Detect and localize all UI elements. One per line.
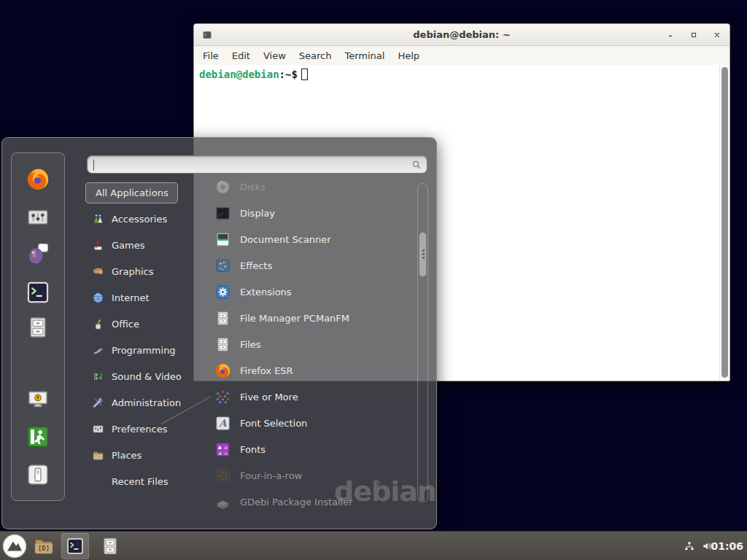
- app-file-manager-pcmanfm[interactable]: File Manager PCManFM: [193, 305, 416, 331]
- category-label: Sound & Video: [112, 371, 182, 382]
- app-label: Firefox ESR: [240, 365, 293, 376]
- file-cabinet-icon: [214, 336, 231, 353]
- sound-video-icon: [92, 370, 104, 383]
- terminal-prompt-suffix: :~$: [279, 69, 298, 80]
- app-display[interactable]: Display: [193, 200, 416, 226]
- file-cabinet-icon: [214, 310, 231, 327]
- application-menu: All ApplicationsAccessoriesGamesGraphics…: [1, 137, 437, 529]
- pidgin-favorite-button[interactable]: [26, 241, 50, 266]
- terminal-menubar: FileEditViewSearchTerminalHelp: [194, 46, 729, 65]
- firefox-favorite-button[interactable]: [26, 167, 50, 192]
- taskbar-clock: 01:06: [711, 532, 743, 560]
- terminal-titlebar[interactable]: debian@debian: ~: [194, 24, 729, 46]
- file-manager-taskbar-button[interactable]: [D]: [33, 535, 55, 557]
- terminal-menu-file[interactable]: File: [196, 50, 225, 61]
- app-firefox-esr[interactable]: Firefox ESR: [193, 357, 416, 384]
- app-label: GDebi Package Installer: [240, 497, 353, 508]
- apps-scrollbar-track: [417, 183, 428, 502]
- app-font-selection[interactable]: AFont Selection: [193, 410, 416, 436]
- category-label: Internet: [112, 292, 150, 303]
- maximize-window-button[interactable]: [690, 31, 697, 39]
- document-scanner-icon: [214, 231, 231, 248]
- category-games[interactable]: Games: [85, 232, 195, 258]
- app-label: Display: [240, 208, 275, 219]
- category-administration[interactable]: Administration: [85, 389, 195, 416]
- category-sound-video[interactable]: Sound & Video: [85, 363, 195, 389]
- terminal-menu-view[interactable]: View: [257, 50, 293, 61]
- effects-icon: [214, 257, 231, 274]
- category-all-applications[interactable]: All Applications: [85, 182, 178, 203]
- app-files[interactable]: Files: [193, 331, 416, 357]
- app-label: Document Scanner: [240, 234, 331, 245]
- app-effects[interactable]: Effects: [193, 252, 416, 279]
- terminal-scrollbar-thumb[interactable]: [721, 67, 728, 378]
- app-label: Disks: [240, 182, 266, 192]
- app-gdebi-package-installer[interactable]: GDebi Package Installer: [193, 489, 416, 515]
- app-extensions[interactable]: Extensions: [193, 279, 416, 305]
- games-icon: [92, 239, 104, 252]
- window-controls: [667, 24, 721, 45]
- app-five-or-more[interactable]: Five or More: [193, 384, 416, 410]
- app-disks[interactable]: Disks: [193, 174, 416, 200]
- folder-d-icon: [D]: [33, 535, 55, 557]
- terminal-favorite-button[interactable]: [26, 280, 50, 305]
- terminal-menu-help[interactable]: Help: [391, 50, 426, 61]
- category-recent-files[interactable]: Recent Files: [85, 468, 195, 494]
- office-icon: [92, 318, 104, 330]
- menu-taskbar-button[interactable]: [2, 534, 27, 559]
- close-window-button[interactable]: [713, 31, 721, 39]
- application-list: DisksDisplayDocument ScannerEffectsExten…: [193, 174, 416, 515]
- terminal-scrollbar-track: [719, 66, 729, 380]
- terminal-menu-search[interactable]: Search: [293, 50, 338, 61]
- desktop: debian debian@debian: ~ FileEditViewSear…: [0, 0, 747, 560]
- app-label: Font Selection: [240, 418, 307, 429]
- font-selection-icon: A: [214, 415, 231, 432]
- category-graphics[interactable]: Graphics: [85, 258, 195, 284]
- app-label: Extensions: [240, 287, 292, 298]
- app-document-scanner[interactable]: Document Scanner: [193, 226, 416, 252]
- svg-text:a: a: [218, 449, 222, 456]
- category-label: Preferences: [112, 424, 167, 435]
- accessories-icon: [92, 213, 104, 225]
- display-icon: [214, 205, 231, 222]
- category-label: Places: [112, 450, 142, 461]
- extensions-icon: [214, 284, 231, 300]
- settings-favorite-button[interactable]: [26, 205, 50, 230]
- terminal-cursor: [301, 69, 308, 80]
- app-four-in-a-row[interactable]: Four-in-a-row: [193, 462, 416, 489]
- category-office[interactable]: Office: [85, 311, 195, 337]
- minimize-window-button[interactable]: [667, 31, 674, 39]
- menu-search-input[interactable]: [93, 158, 400, 171]
- category-preferences[interactable]: Preferences: [85, 416, 195, 442]
- app-label: Five or More: [240, 392, 298, 402]
- search-icon: [411, 159, 422, 171]
- terminal-menu-terminal[interactable]: Terminal: [338, 50, 391, 61]
- category-label: Games: [112, 240, 144, 251]
- category-internet[interactable]: Internet: [85, 284, 195, 311]
- logout-favorite-button[interactable]: [26, 424, 50, 449]
- lock-screen-favorite-button[interactable]: [26, 387, 50, 412]
- terminal-taskbar-button[interactable]: [61, 533, 89, 559]
- category-accessories[interactable]: Accessories: [85, 206, 195, 232]
- app-label: File Manager PCManFM: [240, 313, 349, 324]
- preferences-icon: [92, 423, 104, 435]
- app-fonts[interactable]: aaaaFonts: [193, 436, 416, 462]
- app-label: Files: [240, 339, 261, 350]
- network-tray-icon[interactable]: [684, 540, 695, 552]
- terminal-menu-edit[interactable]: Edit: [225, 50, 257, 61]
- five-or-more-icon: [214, 389, 231, 405]
- disks-icon: [214, 179, 231, 195]
- terminal-prompt-line: debian@debian:~$: [199, 69, 308, 80]
- file-cabinet-icon: [100, 536, 120, 556]
- category-label: Graphics: [112, 266, 153, 277]
- menu-search-box: [87, 155, 427, 174]
- category-places[interactable]: Places: [85, 442, 195, 468]
- files-taskbar-button[interactable]: [100, 536, 120, 556]
- apps-scrollbar-thumb[interactable]: [419, 232, 427, 277]
- shutdown-favorite-button[interactable]: [26, 462, 50, 487]
- files-favorite-button[interactable]: [26, 315, 50, 340]
- app-label: Four-in-a-row: [240, 470, 302, 481]
- category-programming[interactable]: Programming: [85, 337, 195, 363]
- terminal-prompt-user: debian@debian: [199, 69, 279, 80]
- firefox-icon: [214, 362, 231, 379]
